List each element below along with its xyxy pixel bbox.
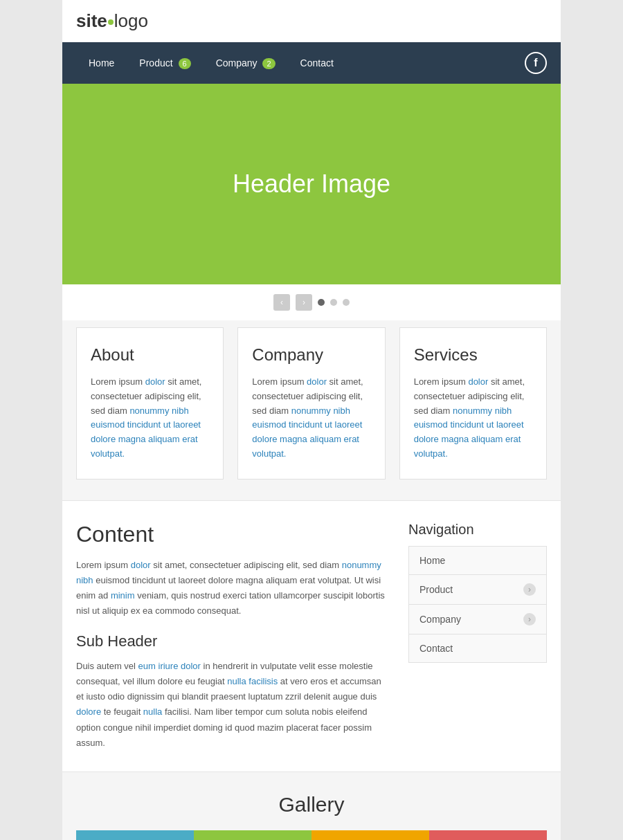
nav-company[interactable]: Company 2 xyxy=(204,42,288,84)
logo-logo: logo xyxy=(114,10,148,31)
nav-contact[interactable]: Contact xyxy=(288,42,346,84)
sidebar-item-home[interactable]: Home xyxy=(409,547,546,575)
product-badge: 6 xyxy=(179,58,191,69)
slider-dot-3[interactable] xyxy=(343,299,350,306)
facebook-icon[interactable]: f xyxy=(525,52,547,74)
sidebar-product-arrow: › xyxy=(523,583,536,596)
slider-nav: ‹ › xyxy=(62,284,561,320)
gallery-item-4[interactable]: Gallery Image xyxy=(429,830,547,840)
nav-home[interactable]: Home xyxy=(76,42,127,84)
company-dolor-link[interactable]: dolor xyxy=(307,376,327,387)
cards-section: About Lorem ipsum dolor sit amet, consec… xyxy=(62,320,561,500)
hero-section: Header Image xyxy=(62,84,561,284)
sub-nulla2-link[interactable]: nulla xyxy=(143,706,162,717)
card-company: Company Lorem ipsum dolor sit amet, cons… xyxy=(237,327,385,480)
content-subtext: Duis autem vel eum iriure dolor in hendr… xyxy=(76,659,388,751)
site-header: sitelogo xyxy=(62,0,561,42)
card-services-title: Services xyxy=(414,345,532,365)
slider-prev[interactable]: ‹ xyxy=(273,294,290,311)
sidebar-nav: Navigation Home Product › Company › Cont… xyxy=(408,522,547,751)
slider-dot-1[interactable] xyxy=(318,299,325,306)
sidebar-item-contact[interactable]: Contact xyxy=(409,634,546,662)
sidebar-item-product[interactable]: Product › xyxy=(409,575,546,605)
content-title: Content xyxy=(76,522,388,547)
hero-text: Header Image xyxy=(233,170,390,199)
card-services: Services Lorem ipsum dolor sit amet, con… xyxy=(399,327,547,480)
card-company-text: Lorem ipsum dolor sit amet, consectetuer… xyxy=(252,375,370,462)
logo-dot xyxy=(108,19,114,25)
about-diam-link[interactable]: nonummy nibh euismod tincidunt ut laoree… xyxy=(91,405,201,459)
sidebar-home-label: Home xyxy=(419,555,445,566)
content-text: Lorem ipsum dolor sit amet, consectetuer… xyxy=(76,558,388,619)
content-main: Content Lorem ipsum dolor sit amet, cons… xyxy=(76,522,388,751)
card-about-title: About xyxy=(91,345,209,365)
gallery-section: Gallery Gallery Image Gallery Image Gall… xyxy=(62,771,561,840)
gallery-item-1[interactable]: Gallery Image xyxy=(76,830,194,840)
site-logo: sitelogo xyxy=(76,10,148,32)
gallery-grid: Gallery Image Gallery Image Gallery Imag… xyxy=(76,830,547,840)
main-nav: Home Product 6 Company 2 Contact f xyxy=(62,42,561,84)
slider-dot-2[interactable] xyxy=(330,299,337,306)
services-diam-link[interactable]: nonummy nibh euismod tincidunt ut laoree… xyxy=(414,405,524,459)
company-diam-link[interactable]: nonummy nibh euismod tincidunt ut laoree… xyxy=(252,405,362,459)
sidebar-company-arrow: › xyxy=(523,613,536,626)
sidebar-item-company[interactable]: Company › xyxy=(409,605,546,634)
about-dolor-link[interactable]: dolor xyxy=(145,376,165,387)
content-minim-link[interactable]: minim xyxy=(111,590,135,601)
sidebar-company-label: Company xyxy=(419,614,461,625)
card-services-text: Lorem ipsum dolor sit amet, consectetuer… xyxy=(414,375,532,462)
sidebar-contact-label: Contact xyxy=(419,643,453,654)
gallery-title: Gallery xyxy=(76,793,547,816)
company-badge: 2 xyxy=(262,58,275,69)
content-section: Content Lorem ipsum dolor sit amet, cons… xyxy=(62,500,561,771)
services-dolor-link[interactable]: dolor xyxy=(468,376,488,387)
gallery-item-3[interactable]: Gallery Image xyxy=(312,830,429,840)
sub-dolore-link[interactable]: dolore xyxy=(76,706,101,717)
sidebar-nav-list: Home Product › Company › Contact xyxy=(408,546,547,663)
slider-next[interactable]: › xyxy=(296,294,312,311)
gallery-item-2[interactable]: Gallery Image xyxy=(194,830,312,840)
card-about-text: Lorem ipsum dolor sit amet, consectetuer… xyxy=(91,375,209,462)
sidebar-product-label: Product xyxy=(419,584,453,595)
content-nibh-link[interactable]: nonummy nibh xyxy=(76,560,381,585)
logo-site: site xyxy=(76,10,107,31)
content-subheader: Sub Header xyxy=(76,632,388,650)
sub-nulla-link[interactable]: nulla facilisis xyxy=(227,676,278,686)
sub-eum-link[interactable]: eum iriure dolor xyxy=(138,661,201,671)
card-about: About Lorem ipsum dolor sit amet, consec… xyxy=(76,327,224,480)
card-company-title: Company xyxy=(252,345,370,365)
sidebar-nav-title: Navigation xyxy=(408,522,547,538)
content-dolor-link[interactable]: dolor xyxy=(131,560,151,570)
nav-product[interactable]: Product 6 xyxy=(127,42,203,84)
